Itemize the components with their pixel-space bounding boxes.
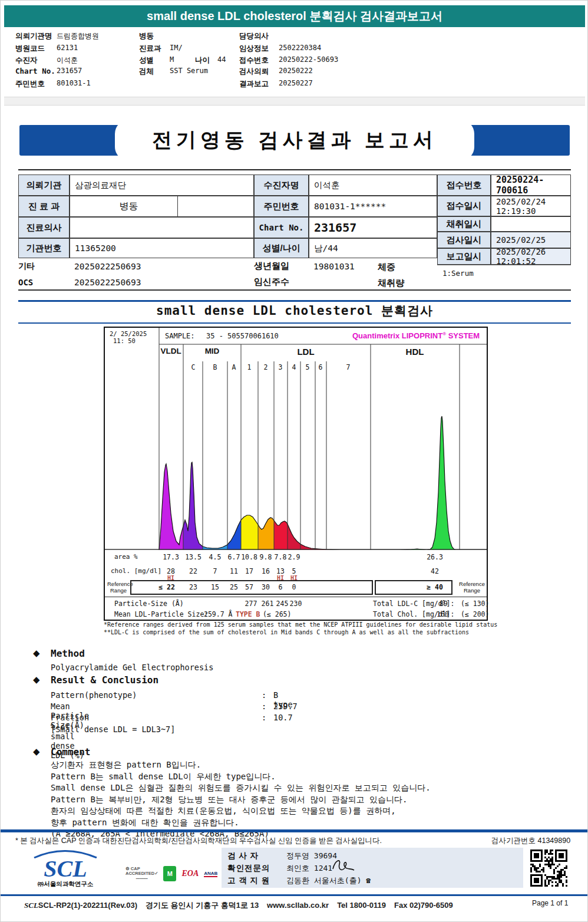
reference-value: ≤ 22 — [158, 583, 175, 591]
band-sub-label: A — [232, 363, 236, 371]
staff-label: 고 객 지 원 — [227, 875, 286, 886]
diamond-icon: ◆ — [33, 674, 40, 685]
table-label-cell: 수진자명 — [254, 174, 309, 196]
band-sub-label: B — [213, 363, 217, 371]
reference-value: 57 — [245, 583, 253, 591]
reference-value: 0 — [292, 583, 296, 591]
table-label-cell: 보고일시 — [437, 248, 491, 265]
comment-line: 환자의 임상상태에 따른 적절한 치료(운동요법, 식이요법 또는 약물요법 등… — [51, 805, 431, 817]
table-label-cell: 임신주수 — [254, 274, 309, 290]
reference-value: ≥ 40 — [427, 583, 443, 591]
scl-logo: SCL ㈜서울의과학연구소 — [27, 850, 104, 888]
table-value-cell: 병동 — [70, 196, 254, 217]
table-value-cell — [309, 274, 437, 290]
chart-footnotes: *Reference ranges derived from 125 serum… — [104, 621, 497, 636]
table-value-cell: 2025022250693 — [70, 258, 254, 274]
method-heading: Method — [51, 648, 85, 659]
chol-value: 42 — [431, 567, 439, 575]
area-pct-value: 13.5 — [185, 553, 201, 561]
staff-row: 검 사 자정두영 39694 — [227, 851, 337, 861]
chol-value: 7 — [213, 567, 217, 575]
band-sub-label: 2 — [264, 363, 268, 371]
comment-body: 상기환자 표현형은 pattern B입니다.Pattern B는 small … — [51, 759, 431, 840]
staff-value: 김동환 서울서초(출) ☎ — [286, 875, 371, 886]
electrophoresis-curve — [105, 328, 487, 550]
total-ldlc-value: 89 — [440, 600, 448, 608]
chart-date: 2/ 25/2025 — [110, 330, 147, 337]
table-value-cell: 19801031 — [309, 258, 437, 274]
table-label-cell: 접수번호 — [437, 174, 491, 196]
reference-range-label: Range — [107, 588, 130, 594]
staff-value: 정두영 39694 — [286, 851, 337, 861]
footer-doc-no: SCL-RP2(1)-202211(Rev.03) — [38, 901, 137, 910]
chart-time: 11: 50 — [113, 337, 136, 344]
result-colon: : — [262, 702, 266, 711]
staff-panel: 검 사 자정두영 39694확인전문의최인호 1241고 객 지 원김동환 서울… — [222, 848, 523, 888]
total-chol-value: 160 — [437, 610, 449, 618]
page-number: Page 1 of 1 — [532, 899, 568, 907]
reference-value: 23 — [189, 583, 197, 591]
section-rule-top — [18, 300, 571, 302]
footer-fax: Fax 02)790-6509 — [394, 901, 453, 910]
staff-row: 확인전문의최인호 1241 — [227, 863, 332, 874]
particle-size-value: 230 — [290, 600, 302, 608]
particle-size-label: Particle-Size (Å) — [114, 600, 184, 608]
scl-logo-text: SCL — [27, 858, 104, 880]
result-heading: Result & Conclusion — [51, 674, 158, 686]
area-pct-value: 6.7 — [228, 553, 240, 561]
table-value-cell — [491, 216, 571, 232]
table-value-cell: 231657 — [309, 217, 437, 238]
table-value-cell: 2025/02/26 12:01:52 — [491, 248, 571, 265]
chol-value: 5 — [292, 567, 296, 575]
lipoprint-brand-part: SYSTEM — [446, 331, 480, 340]
reference-range-label: Reference — [107, 581, 130, 588]
table-extra-label: 체중 — [378, 262, 395, 273]
result-colon: : — [262, 713, 266, 722]
area-pct-value: 7.8 — [275, 553, 287, 561]
lipoprint-brand: Quantimetrix LIPOPRINT® SYSTEM — [352, 331, 480, 340]
staff-label: 확인전문의 — [227, 863, 286, 874]
mean-particle-ref: (≤ 265) — [263, 610, 291, 618]
result-note: [Small dense LDL = LDL3~7] — [51, 725, 175, 734]
mean-particle-label: Mean LDL-Particle Size: — [114, 610, 208, 618]
chol-value: 17 — [245, 567, 253, 575]
band-sub-label: 4 — [292, 363, 296, 371]
table-value-cell: 2025022250693 — [70, 274, 254, 290]
area-row-label: area % — [114, 553, 138, 561]
table-label-cell: 기관번호 — [18, 238, 70, 258]
chol-value: 16 — [262, 567, 270, 575]
section-title: small dense LDL cholesterol 분획검사 — [1, 302, 588, 319]
footer-rule-thick — [1, 829, 588, 832]
band-sub-label: 1 — [247, 363, 252, 371]
chart-footnote-line: **LDL-C is comprised of the sum of chole… — [104, 628, 497, 636]
signature-image — [331, 857, 356, 875]
total-chol-ref: (≤ 200) — [461, 610, 489, 618]
method-body: Polyacrylamide Gel Electrophoresis — [51, 663, 213, 672]
area-pct-value: 9.8 — [260, 553, 272, 561]
table-value-cell: 2025/02/24 12:19:30 — [491, 196, 571, 216]
comment-line: Pattern B는 복부비만, 제2형 당뇨병 또는 대사 증후군 등에서 많… — [51, 794, 431, 806]
diamond-icon: ◆ — [33, 648, 40, 658]
sample-label: SAMPLE: — [165, 332, 195, 340]
area-pct-value: 26.3 — [427, 553, 443, 561]
table-value-cell: 이석훈 — [309, 174, 437, 196]
qr-code — [530, 849, 569, 888]
particle-size-value: 245 — [276, 600, 289, 608]
diamond-icon: ◆ — [33, 746, 40, 757]
comment-line: 향후 pattern 변화에 대한 확인을 권유합니다. — [51, 817, 431, 829]
footer-rule-thin — [1, 894, 588, 896]
result-label: Pattern(phenotype) — [51, 690, 137, 700]
phenotype-flag: TYPE B — [236, 610, 260, 618]
accreditation-note: * 본 검사실은 CAP 인증과 대한진단검사의학회/진단검사의학재단의 우수검… — [15, 836, 382, 846]
table-value-cell — [70, 217, 254, 238]
chol-value: 22 — [189, 567, 197, 575]
reference-range-label: Reference — [458, 581, 485, 588]
band-sub-label: 6 — [319, 363, 323, 371]
band-sub-label: 7 — [346, 363, 351, 371]
staff-label: 검 사 자 — [227, 851, 286, 861]
certification-badges: ⚙ CAPACCREDITED✓━━━━━━ M EOA ANAB — [125, 866, 217, 881]
band-group-label: HDL — [406, 347, 424, 357]
staff-row: 고 객 지 원김동환 서울서초(출) ☎ — [227, 875, 371, 886]
table-label-cell: 채취일시 — [437, 216, 491, 232]
table-extra-label: 채취량 — [378, 278, 404, 289]
